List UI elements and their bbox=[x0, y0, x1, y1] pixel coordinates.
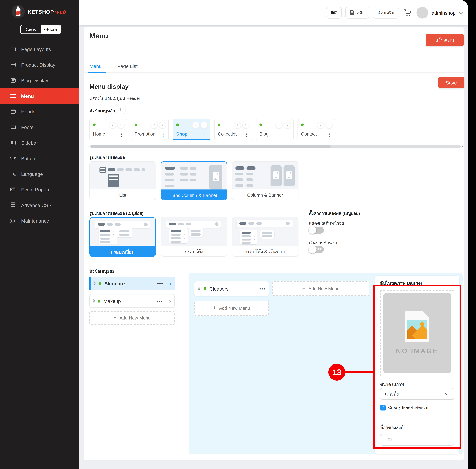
move-left-button[interactable]: ‹ bbox=[275, 121, 283, 129]
chevron-down-icon[interactable] bbox=[459, 10, 463, 14]
kebab-menu-icon[interactable]: ⋮ bbox=[161, 132, 166, 137]
move-right-button[interactable]: › bbox=[284, 121, 291, 129]
sidebar-item-label: Footer bbox=[21, 124, 35, 130]
kebab-menu-icon[interactable]: ⋮ bbox=[244, 132, 249, 137]
article-icon bbox=[10, 78, 16, 83]
sidebar-item-menu[interactable]: Menu bbox=[0, 88, 79, 104]
sidebar-item-footer[interactable]: Footer bbox=[0, 119, 79, 135]
submenu-level2-cleasers[interactable]: ⠿ Cleasers ••• bbox=[194, 281, 269, 296]
submenu-format-thumbnail-rounded: › › › bbox=[161, 218, 227, 246]
sidebar-item-label: Header bbox=[21, 109, 37, 114]
add-new-menu-level2-button[interactable]: +Add New Menu bbox=[194, 301, 269, 316]
more-options-icon[interactable]: ••• bbox=[157, 298, 163, 304]
kebab-menu-icon[interactable]: ⋮ bbox=[119, 132, 124, 137]
submenu-format-thumbnail-square: › › › bbox=[90, 218, 155, 246]
format-option-list[interactable]: List bbox=[89, 161, 156, 200]
submenu-level1-skincare[interactable]: ˄˅ Skincare ••• › bbox=[89, 277, 175, 290]
cart-icon[interactable] bbox=[404, 9, 411, 17]
chevron-right-icon[interactable]: › bbox=[169, 298, 171, 304]
brand-name: KETSHOP bbox=[28, 9, 54, 15]
sidebar-item-event-popup[interactable]: Event Popup bbox=[0, 182, 79, 197]
manual-button[interactable]: คู่มือ bbox=[345, 7, 369, 18]
create-menu-button[interactable]: สร้างเมนู bbox=[425, 34, 464, 46]
plus-icon: + bbox=[113, 315, 117, 321]
submenu-format-option-rounded-spaced[interactable]: › › › กรอบโค้ง & เว้นระยะ bbox=[232, 217, 298, 257]
save-button[interactable]: Save bbox=[438, 77, 464, 88]
kebab-menu-icon[interactable]: ⋮ bbox=[203, 132, 207, 137]
sidebar-item-product-display[interactable]: Product Display bbox=[0, 57, 79, 72]
move-right-button[interactable]: › bbox=[201, 121, 208, 129]
mode-manage[interactable]: จัดการ bbox=[21, 25, 41, 34]
submenu-format-option-square[interactable]: › › › กรอบเหลี่ยม bbox=[89, 217, 156, 257]
add-new-menu-level1-button[interactable]: +Add New Menu bbox=[89, 311, 175, 325]
submenu-format-option-rounded[interactable]: › › › กรอบโค้ง bbox=[161, 217, 227, 257]
submenu-level1-makeup[interactable]: ˄˅ Makeup ••• › bbox=[89, 294, 175, 308]
brand-logo: KETSHOPweb bbox=[0, 0, 79, 18]
menu-item-card-shop[interactable]: ‹› Shop ⋮ bbox=[173, 119, 210, 140]
sidebar-item-language[interactable]: A☆Language bbox=[0, 166, 79, 182]
layout-icon bbox=[10, 47, 16, 51]
format-option-tabs-column-banner[interactable]: › › › › Tabs Column & Banner bbox=[161, 161, 227, 200]
status-dot-green bbox=[218, 123, 221, 126]
tab-menu[interactable]: Menu bbox=[89, 60, 102, 72]
move-right-button[interactable]: › bbox=[117, 121, 124, 129]
more-options-icon[interactable]: ••• bbox=[259, 286, 265, 291]
sidebar-item-label: Event Popup bbox=[21, 187, 49, 192]
more-options-icon[interactable]: ••• bbox=[157, 281, 163, 286]
status-dot-green bbox=[176, 123, 179, 126]
kebab-menu-icon[interactable]: ⋮ bbox=[327, 132, 332, 137]
sidebar-item-button[interactable]: Button bbox=[0, 151, 79, 166]
sort-handle-icon[interactable]: ˄˅ bbox=[94, 282, 96, 285]
avatar[interactable] bbox=[416, 7, 428, 18]
sidebar-item-blog-display[interactable]: Blog Display bbox=[0, 72, 79, 88]
sidebar-item-maintenance[interactable]: Maintenance bbox=[0, 213, 79, 229]
move-left-button[interactable]: ‹ bbox=[151, 121, 158, 129]
scroll-left-icon[interactable]: ◂ bbox=[87, 145, 88, 148]
admin-mode-toggle[interactable]: จัดการ ปรับแต่ง bbox=[20, 25, 61, 34]
add-main-menu-button[interactable]: + bbox=[115, 104, 125, 114]
fullscreen-toggle[interactable]: OFF bbox=[309, 227, 324, 234]
status-dot-green bbox=[259, 123, 262, 126]
menu-item-card-blog[interactable]: ‹› Blog ⋮ bbox=[256, 119, 294, 140]
move-left-button[interactable]: ‹ bbox=[234, 121, 241, 129]
add-new-menu-label: Add New Menu bbox=[308, 286, 340, 291]
drag-handle-icon[interactable]: ⠿ bbox=[198, 286, 201, 291]
annotation-highlight-box bbox=[373, 285, 461, 449]
display-format-heading: รูปแบบการแสดงผล bbox=[89, 154, 125, 161]
sidebar-item-header[interactable]: Header bbox=[0, 104, 79, 119]
format-option-label: Tabs Column & Banner bbox=[161, 189, 227, 200]
submenu-format-heading: รูปแบบการแสดงผล (เมนูย่อย) bbox=[89, 210, 143, 217]
move-right-button[interactable]: › bbox=[242, 121, 249, 129]
chevron-right-icon[interactable]: › bbox=[170, 281, 171, 286]
margin-toggle[interactable]: OFF bbox=[309, 246, 324, 253]
mode-customize[interactable]: ปรับแต่ง bbox=[41, 25, 60, 34]
toggle-knob bbox=[308, 226, 316, 234]
move-left-button[interactable]: ‹ bbox=[192, 121, 199, 129]
move-right-button[interactable]: › bbox=[325, 121, 333, 129]
sidebar-item-sidebar[interactable]: Sidebar bbox=[0, 135, 79, 151]
format-option-column-banner[interactable]: Column & Banner bbox=[232, 161, 298, 200]
kebab-menu-icon[interactable]: ⋮ bbox=[286, 132, 290, 137]
menu-item-card-promotion[interactable]: ‹› Promotion ⋮ bbox=[131, 119, 169, 140]
menu-item-card-home[interactable]: ‹› Home ⋮ bbox=[89, 119, 127, 140]
sidebar-item-page-layouts[interactable]: Page Layouts bbox=[0, 41, 79, 57]
margin-toggle-label: เว้นขอบซ้านขวา bbox=[309, 239, 340, 246]
addons-button[interactable]: ส่วนเสริม bbox=[373, 7, 399, 18]
sidebar-item-label: Language bbox=[21, 171, 43, 177]
sort-handle-icon[interactable]: ˄˅ bbox=[93, 299, 95, 303]
language-switch-button[interactable]: A☆ bbox=[326, 7, 342, 18]
scroll-right-icon[interactable]: ▸ bbox=[462, 145, 464, 148]
sidebar-item-label: Page Layouts bbox=[21, 46, 51, 52]
move-left-button[interactable]: ‹ bbox=[109, 121, 116, 129]
menu-item-card-contact[interactable]: ‹› Contact ⋮ bbox=[298, 119, 335, 140]
scrollbar-thumb[interactable] bbox=[90, 145, 331, 148]
horizontal-scrollbar[interactable]: ◂ ▸ bbox=[87, 145, 464, 148]
move-right-button[interactable]: › bbox=[159, 121, 166, 129]
menu-item-card-collectios[interactable]: ‹› Collectios ⋮ bbox=[214, 119, 252, 140]
menu-display-heading: Menu display bbox=[89, 83, 129, 90]
add-new-menu-level2-button[interactable]: +Add New Menu bbox=[272, 281, 369, 296]
move-left-button[interactable]: ‹ bbox=[317, 121, 324, 129]
menu-display-subheading: แสดงในแถบเมนูบน Header bbox=[89, 95, 140, 102]
sidebar-item-advance-css[interactable]: Advance CSS bbox=[0, 197, 79, 213]
tab-page-list[interactable]: Page List bbox=[117, 60, 138, 72]
